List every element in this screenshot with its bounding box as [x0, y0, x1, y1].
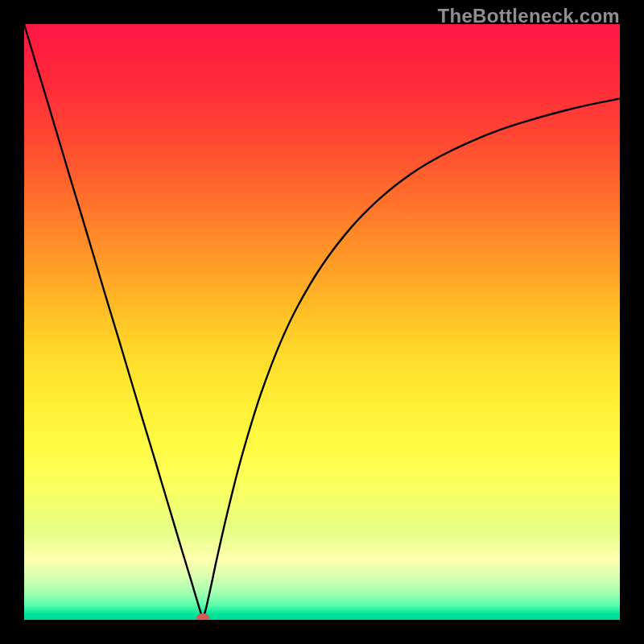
bottleneck-chart — [24, 24, 620, 620]
chart-frame: TheBottleneck.com — [0, 0, 644, 644]
plot-area — [24, 24, 620, 620]
